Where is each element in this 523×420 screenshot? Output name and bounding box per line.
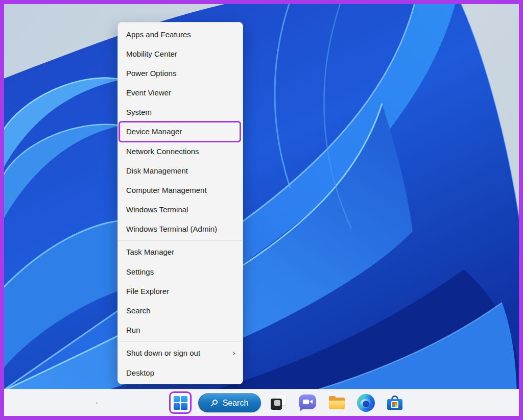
- menu-item-search[interactable]: Search: [118, 301, 243, 320]
- edge-button[interactable]: [355, 392, 376, 413]
- menu-item-device-manager[interactable]: Device Manager: [120, 122, 240, 141]
- taskbar-icons: [268, 392, 405, 413]
- menu-separator: [118, 341, 242, 342]
- desktop: Apps and Features Mobility Center Power …: [4, 4, 519, 416]
- menu-item-task-manager[interactable]: Task Manager: [118, 242, 243, 262]
- chat-button[interactable]: [297, 392, 318, 413]
- menu-item-label: Disk Management: [126, 166, 188, 175]
- screenshot-frame: Apps and Features Mobility Center Power …: [0, 0, 523, 420]
- menu-item-mobility-center[interactable]: Mobility Center: [118, 44, 243, 63]
- menu-item-label: System: [126, 108, 152, 116]
- menu-item-event-viewer[interactable]: Event Viewer: [118, 83, 243, 103]
- menu-item-apps-and-features[interactable]: Apps and Features: [118, 24, 243, 44]
- menu-item-shut-down-or-sign-out[interactable]: Shut down or sign out ›: [118, 343, 243, 363]
- menu-item-label: Event Viewer: [126, 88, 171, 97]
- menu-item-label: Run: [126, 326, 140, 334]
- menu-item-disk-management[interactable]: Disk Management: [118, 161, 243, 180]
- menu-item-network-connections[interactable]: Network Connections: [118, 141, 243, 161]
- start-button[interactable]: [169, 391, 192, 414]
- edge-icon: [357, 394, 375, 412]
- task-view-icon: [271, 395, 286, 410]
- chevron-right-icon: ›: [232, 349, 235, 357]
- file-explorer-button[interactable]: [326, 392, 347, 413]
- chat-icon: [299, 394, 316, 411]
- search-icon: [211, 399, 219, 407]
- menu-item-label: Network Connections: [126, 147, 199, 156]
- menu-item-label: Desktop: [126, 368, 154, 377]
- menu-item-label: Mobility Center: [126, 50, 177, 58]
- wallpaper-bloom: [4, 4, 519, 389]
- menu-item-run[interactable]: Run: [118, 320, 243, 340]
- menu-item-windows-terminal[interactable]: Windows Terminal: [118, 200, 243, 219]
- taskbar: Search: [4, 389, 519, 416]
- task-view-button[interactable]: [268, 392, 289, 413]
- menu-item-label: Windows Terminal (Admin): [126, 225, 217, 233]
- menu-item-label: File Explorer: [126, 287, 169, 295]
- menu-item-desktop[interactable]: Desktop: [118, 363, 243, 382]
- device-manager-highlight-box: Device Manager: [118, 121, 241, 142]
- menu-item-file-explorer[interactable]: File Explorer: [118, 281, 243, 301]
- menu-item-label: Windows Terminal: [126, 205, 188, 214]
- menu-item-system[interactable]: System: [118, 103, 243, 122]
- menu-item-label: Search: [126, 306, 151, 315]
- search-button[interactable]: Search: [198, 393, 261, 412]
- menu-item-computer-management[interactable]: Computer Management: [118, 180, 243, 200]
- menu-item-windows-terminal-admin[interactable]: Windows Terminal (Admin): [118, 219, 243, 239]
- menu-item-label: Shut down or sign out: [126, 349, 200, 357]
- microsoft-store-icon: [387, 396, 402, 410]
- windows-logo-icon: [174, 396, 187, 410]
- menu-item-settings[interactable]: Settings: [118, 262, 243, 281]
- search-label: Search: [223, 399, 249, 408]
- menu-item-label: Settings: [126, 267, 154, 276]
- winx-context-menu: Apps and Features Mobility Center Power …: [117, 22, 243, 384]
- store-button[interactable]: [385, 392, 405, 413]
- menu-separator: [118, 240, 242, 241]
- menu-item-label: Power Options: [126, 69, 176, 78]
- menu-item-power-options[interactable]: Power Options: [118, 63, 243, 83]
- menu-item-label: Computer Management: [126, 186, 207, 194]
- menu-item-label: Task Manager: [126, 248, 174, 256]
- menu-item-label: Device Manager: [126, 127, 182, 136]
- file-explorer-icon: [329, 396, 345, 409]
- menu-item-label: Apps and Features: [126, 30, 191, 39]
- taskbar-dot: [96, 402, 98, 404]
